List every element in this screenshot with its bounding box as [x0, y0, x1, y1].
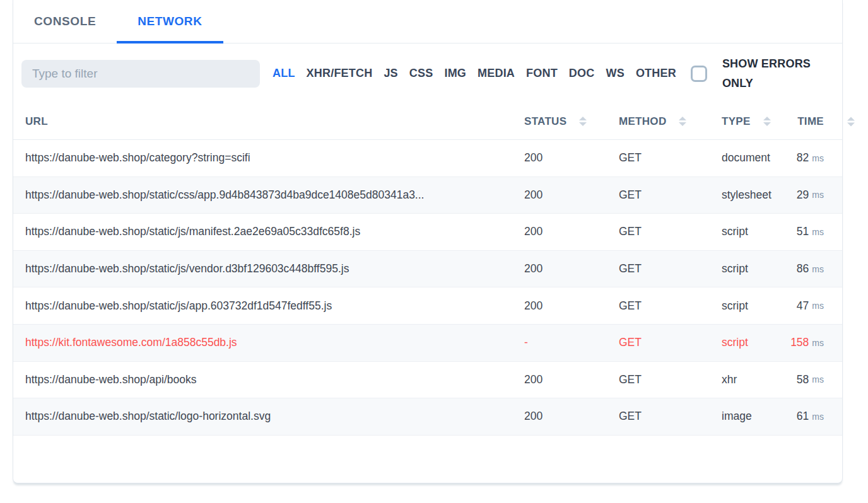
request-status: 200 — [524, 410, 542, 423]
type-filter-xhr-fetch[interactable]: XHR/FETCH — [307, 67, 373, 80]
method-column-label: METHOD — [619, 115, 666, 128]
request-method: GET — [619, 299, 642, 313]
request-method: GET — [619, 262, 642, 275]
type-filter-doc[interactable]: DOC — [569, 67, 595, 80]
request-method: GET — [619, 373, 642, 386]
request-time: 61 — [797, 410, 809, 423]
request-type: xhr — [722, 373, 737, 386]
time-unit: ms — [812, 412, 824, 422]
request-time: 29 — [797, 188, 809, 202]
table-row[interactable]: https://danube-web.shop/static/js/vendor… — [13, 251, 842, 288]
sort-icon[interactable] — [847, 117, 855, 126]
request-method: GET — [619, 336, 642, 349]
request-status: 200 — [524, 299, 542, 313]
time-unit: ms — [812, 301, 824, 311]
table-row-error[interactable]: https://kit.fontawesome.com/1a858c55db.j… — [13, 325, 842, 362]
column-header-status[interactable]: STATUS — [524, 115, 619, 128]
table-row[interactable]: https://danube-web.shop/static/js/manife… — [13, 214, 842, 251]
tab-network[interactable]: NETWORK — [117, 0, 223, 43]
request-type: script — [722, 299, 748, 313]
sort-icon[interactable] — [679, 117, 686, 126]
network-devtools-panel: CONSOLE NETWORK ALL XHR/FETCH JS CSS IMG… — [13, 0, 843, 483]
request-status: 200 — [524, 151, 542, 165]
request-type: script — [722, 336, 748, 349]
request-type: stylesheet — [722, 188, 771, 202]
table-row[interactable]: https://danube-web.shop/static/js/app.60… — [13, 287, 842, 325]
type-filter-all[interactable]: ALL — [273, 67, 295, 80]
filter-input[interactable] — [21, 60, 260, 88]
request-time: 51 — [797, 225, 809, 238]
time-column-label: TIME — [797, 115, 824, 128]
request-time: 158 — [790, 336, 809, 349]
request-status: 200 — [524, 225, 542, 238]
column-header-time[interactable]: TIME — [785, 115, 842, 128]
request-time: 47 — [797, 299, 809, 313]
tab-console[interactable]: CONSOLE — [13, 0, 117, 43]
sort-icon[interactable] — [763, 117, 771, 126]
request-url: https://danube-web.shop/api/books — [25, 373, 196, 386]
column-header-type[interactable]: TYPE — [722, 115, 785, 128]
table-row[interactable]: https://danube-web.shop/static/logo-hori… — [13, 398, 842, 436]
column-header-method[interactable]: METHOD — [619, 115, 722, 128]
time-unit: ms — [812, 190, 824, 200]
type-column-label: TYPE — [722, 115, 751, 128]
request-status: - — [524, 336, 528, 349]
time-unit: ms — [812, 153, 824, 163]
request-url: https://danube-web.shop/category?string=… — [25, 151, 250, 165]
time-unit: ms — [812, 264, 824, 274]
request-method: GET — [619, 151, 642, 165]
request-time: 58 — [797, 373, 809, 386]
table-row[interactable]: https://danube-web.shop/api/books 200 GE… — [13, 362, 842, 399]
column-header-url: URL — [13, 115, 524, 128]
type-filter-js[interactable]: JS — [384, 67, 397, 80]
type-filter-media[interactable]: MEDIA — [478, 67, 515, 80]
request-url: https://danube-web.shop/static/js/vendor… — [25, 262, 349, 275]
show-errors-only-label: SHOW ERRORS ONLY — [722, 54, 818, 93]
type-filter-font[interactable]: FONT — [526, 67, 558, 80]
type-filter-other[interactable]: OTHER — [636, 67, 676, 80]
request-type: document — [722, 151, 770, 165]
request-status: 200 — [524, 373, 542, 386]
status-column-label: STATUS — [524, 115, 566, 128]
request-status: 200 — [524, 188, 542, 202]
table-header: URL STATUS METHOD TYPE TIME — [13, 103, 842, 140]
request-url: https://danube-web.shop/static/logo-hori… — [25, 410, 271, 423]
request-type: image — [722, 410, 752, 423]
request-method: GET — [619, 410, 642, 423]
type-filter-img[interactable]: IMG — [444, 67, 466, 80]
show-errors-only-checkbox[interactable] — [691, 66, 707, 82]
request-url: https://danube-web.shop/static/css/app.9… — [25, 188, 424, 202]
panel-tabs: CONSOLE NETWORK — [13, 0, 842, 43]
request-status: 200 — [524, 262, 542, 275]
request-method: GET — [619, 188, 642, 202]
request-type: script — [722, 262, 748, 275]
table-row[interactable]: https://danube-web.shop/static/css/app.9… — [13, 177, 842, 214]
time-unit: ms — [812, 338, 824, 348]
request-method: GET — [619, 225, 642, 238]
request-url: https://kit.fontawesome.com/1a858c55db.j… — [25, 336, 237, 349]
time-unit: ms — [812, 227, 824, 237]
sort-icon[interactable] — [579, 117, 587, 126]
time-unit: ms — [812, 374, 824, 384]
request-url: https://danube-web.shop/static/js/app.60… — [25, 299, 332, 313]
type-filter-css[interactable]: CSS — [409, 67, 433, 80]
request-rows: https://danube-web.shop/category?string=… — [13, 140, 842, 436]
request-url: https://danube-web.shop/static/js/manife… — [25, 225, 360, 238]
show-errors-only-toggle: SHOW ERRORS ONLY — [691, 54, 818, 93]
table-row[interactable]: https://danube-web.shop/category?string=… — [13, 140, 842, 177]
request-time: 86 — [797, 262, 809, 275]
request-type: script — [722, 225, 748, 238]
request-time: 82 — [797, 151, 809, 165]
type-filter-ws[interactable]: WS — [606, 67, 624, 80]
filter-bar: ALL XHR/FETCH JS CSS IMG MEDIA FONT DOC … — [13, 43, 842, 103]
url-column-label: URL — [25, 115, 48, 128]
request-type-filters: ALL XHR/FETCH JS CSS IMG MEDIA FONT DOC … — [273, 67, 676, 80]
